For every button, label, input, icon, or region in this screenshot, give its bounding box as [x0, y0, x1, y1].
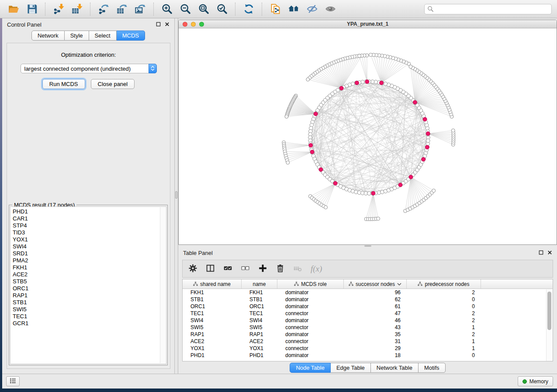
mcds-hub-node[interactable]: [355, 81, 359, 85]
mcds-result-item[interactable]: SRD1: [13, 250, 158, 257]
mcds-result-item[interactable]: ORC1: [13, 285, 158, 292]
mcds-result-item[interactable]: PMA2: [13, 257, 158, 264]
table-cell[interactable]: ACE2: [242, 338, 277, 344]
select-all-button[interactable]: [223, 264, 232, 274]
apply-layout-button[interactable]: [239, 1, 258, 17]
table-cell[interactable]: 2: [407, 317, 481, 323]
network-node[interactable]: [426, 139, 430, 143]
mcds-result-item[interactable]: GCR1: [13, 320, 158, 327]
network-graph[interactable]: [179, 28, 557, 244]
zoom-fit-button[interactable]: [194, 1, 213, 17]
import-table-button[interactable]: [68, 1, 86, 17]
network-leaf-node[interactable]: [285, 115, 288, 118]
table-cell[interactable]: SWI4: [183, 317, 242, 323]
mcds-result-item[interactable]: STP4: [13, 222, 158, 229]
tab-mcds[interactable]: MCDS: [117, 31, 145, 41]
table-tab-edge-table[interactable]: Edge Table: [331, 363, 371, 373]
mcds-result-item[interactable]: SWI5: [13, 306, 158, 313]
zoom-in-button[interactable]: [158, 1, 176, 17]
table-cell[interactable]: connector: [277, 310, 344, 316]
table-cell[interactable]: PHD1: [183, 352, 242, 358]
table-cell[interactable]: connector: [277, 345, 344, 351]
table-cell[interactable]: SWI4: [242, 317, 277, 323]
mcds-result-item[interactable]: SWI4: [13, 243, 158, 250]
criterion-select[interactable]: largest connected component (undirected): [21, 64, 157, 73]
table-cell[interactable]: TEC1: [242, 310, 277, 316]
table-cell[interactable]: YOX1: [183, 345, 242, 351]
table-cell[interactable]: YOX1: [242, 345, 277, 351]
tab-select[interactable]: Select: [89, 31, 117, 41]
mcds-result-item[interactable]: STB1: [13, 299, 158, 306]
table-tab-network-table[interactable]: Network Table: [371, 363, 419, 373]
export-network-button[interactable]: [94, 1, 113, 17]
settings-button[interactable]: [188, 264, 197, 274]
table-cell[interactable]: SWI5: [183, 324, 242, 330]
table-cell[interactable]: dominator: [277, 352, 344, 358]
table-tab-motifs[interactable]: Motifs: [419, 363, 446, 373]
add-button[interactable]: [258, 264, 267, 274]
table-cell[interactable]: 0: [407, 296, 481, 303]
table-cell[interactable]: 46: [344, 317, 407, 323]
table-cell[interactable]: 2: [407, 310, 481, 316]
table-cell[interactable]: dominator: [277, 317, 344, 323]
table-cell[interactable]: 96: [344, 289, 407, 296]
table-cell[interactable]: 0: [407, 303, 481, 309]
mcds-hub-node[interactable]: [425, 145, 429, 149]
table-cell[interactable]: dominator: [277, 289, 344, 296]
column-header-shared-name[interactable]: shared name: [183, 279, 242, 289]
table-cell[interactable]: 61: [344, 303, 407, 309]
status-menu-button[interactable]: [6, 376, 20, 386]
table-cell[interactable]: 29: [344, 345, 407, 351]
import-network-button[interactable]: [49, 1, 68, 17]
network-home-button[interactable]: [284, 1, 303, 17]
open-file-button[interactable]: [4, 1, 23, 17]
vertical-splitter-thumb[interactable]: [175, 191, 177, 199]
tab-style[interactable]: Style: [65, 31, 89, 41]
network-window-titlebar[interactable]: YPA_prune.txt_1: [179, 20, 557, 28]
table-cell[interactable]: 1: [407, 345, 481, 351]
mcds-hub-node[interactable]: [309, 143, 313, 147]
table-cell[interactable]: 2: [407, 331, 481, 337]
table-scrollbar[interactable]: [546, 289, 553, 361]
table-cell[interactable]: ACE2: [183, 338, 242, 344]
table-scrollbar-thumb[interactable]: [547, 292, 551, 330]
table-cell[interactable]: dominator: [277, 303, 344, 309]
mcds-hub-node[interactable]: [339, 86, 343, 90]
mcds-result-item[interactable]: ACE2: [13, 271, 158, 278]
column-header-successor-nodes[interactable]: successor nodes: [344, 279, 407, 289]
mcds-result-item[interactable]: YOX1: [13, 236, 158, 243]
close-panel-button[interactable]: Close panel: [91, 79, 135, 89]
mcds-hub-node[interactable]: [422, 158, 426, 162]
zoom-light[interactable]: [199, 22, 204, 27]
table-cell[interactable]: TEC1: [183, 310, 242, 316]
table-cell[interactable]: FKH1: [242, 289, 277, 296]
table-cell[interactable]: dominator: [277, 296, 344, 303]
mcds-result-item[interactable]: FKH1: [13, 264, 158, 271]
minimize-light[interactable]: [191, 22, 196, 27]
network-leaf-node[interactable]: [286, 161, 290, 164]
column-header-name[interactable]: name: [242, 279, 277, 289]
mcds-hub-node[interactable]: [426, 132, 430, 136]
vertical-splitter[interactable]: [175, 18, 178, 374]
control-panel-close-button[interactable]: [165, 21, 170, 28]
zoom-selected-button[interactable]: [213, 1, 231, 17]
mcds-hub-node[interactable]: [333, 181, 337, 185]
mcds-hub-node[interactable]: [398, 183, 402, 187]
delete-button[interactable]: [276, 264, 285, 274]
mcds-hub-node[interactable]: [310, 150, 314, 154]
mcds-hub-node[interactable]: [409, 175, 413, 179]
column-header-predecessor-nodes[interactable]: predecessor nodes: [407, 279, 481, 289]
mcds-result-item[interactable]: STB5: [13, 278, 158, 285]
table-tab-node-table[interactable]: Node Table: [290, 363, 331, 373]
hide-visual-props-button[interactable]: [303, 1, 321, 17]
table-cell[interactable]: dominator: [277, 331, 344, 337]
export-table-button[interactable]: [113, 1, 131, 17]
mcds-result-item[interactable]: TEC1: [13, 313, 158, 320]
table-cell[interactable]: 62: [344, 296, 407, 303]
tab-network[interactable]: Network: [31, 31, 65, 41]
mcds-hub-node[interactable]: [380, 81, 384, 85]
close-light[interactable]: [183, 22, 187, 27]
columns-button[interactable]: [206, 264, 215, 274]
table-cell[interactable]: PHD1: [242, 352, 277, 358]
mcds-hub-node[interactable]: [371, 191, 375, 195]
